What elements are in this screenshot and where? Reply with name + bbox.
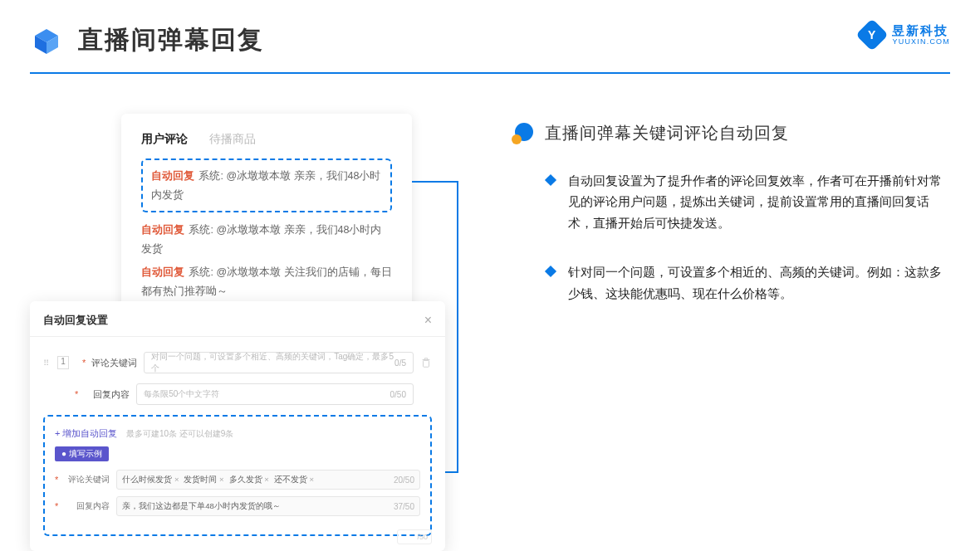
topic-icon bbox=[512, 123, 533, 144]
auto-reply-tag: 自动回复 bbox=[141, 266, 184, 278]
diamond-bullet-icon bbox=[545, 174, 556, 186]
row-index: 1 bbox=[57, 356, 69, 369]
diamond-bullet-icon bbox=[545, 266, 556, 277]
ex-content-label: 回复内容 bbox=[63, 500, 110, 512]
required-icon: * bbox=[75, 389, 78, 399]
ex-tag: 发货时间 bbox=[184, 475, 223, 485]
content-input[interactable]: 每条限50个中文字符 0/50 bbox=[136, 383, 414, 405]
required-icon: * bbox=[55, 475, 58, 485]
ex-content-box: 亲，我们这边都是下单48小时内发货的哦～ 37/50 bbox=[116, 496, 420, 516]
ex-tag: 还不发货 bbox=[274, 475, 314, 485]
required-icon: * bbox=[55, 501, 58, 511]
section-title: 直播间弹幕关键词评论自动回复 bbox=[545, 122, 789, 144]
ex-tag: 多久发货 bbox=[229, 475, 269, 485]
auto-reply-tag: 自动回复 bbox=[151, 170, 194, 182]
trash-icon[interactable] bbox=[420, 357, 432, 368]
brand-name: 昱新科技 bbox=[892, 24, 950, 37]
brand-logo: Y 昱新科技 YUUXIN.COM bbox=[860, 23, 950, 46]
page-title: 直播间弹幕回复 bbox=[78, 23, 264, 57]
bullet-text-2: 针对同一个问题，可设置多个相近的、高频的关键词。例如：这款多少钱、这块能优惠吗、… bbox=[568, 262, 950, 305]
highlighted-comment: 自动回复 系统: @冰墩墩本墩 亲亲，我们48小时内发货 bbox=[141, 158, 392, 212]
tab-user-comments[interactable]: 用户评论 bbox=[141, 132, 188, 147]
content-label: 回复内容 bbox=[83, 388, 130, 401]
ex-keyword-box: 什么时候发货 发货时间 多久发货 还不发货 20/50 bbox=[116, 470, 420, 490]
close-icon[interactable]: × bbox=[424, 313, 432, 328]
ex-keyword-label: 评论关键词 bbox=[63, 474, 110, 485]
comments-panel: 用户评论 待播商品 自动回复 系统: @冰墩墩本墩 亲亲，我们48小时内发货 自… bbox=[121, 114, 412, 327]
bullet-text-1: 自动回复设置为了提升作者的评论回复效率，作者可在开播前针对常见的评论用户问题，提… bbox=[568, 171, 950, 234]
svg-rect-3 bbox=[424, 360, 429, 367]
ex-tag: 什么时候发货 bbox=[122, 475, 179, 485]
add-hint: 最多可建10条 还可以创建9条 bbox=[126, 429, 233, 438]
example-badge: ● 填写示例 bbox=[55, 446, 109, 461]
keyword-label: 评论关键词 bbox=[91, 357, 137, 369]
drag-handle-icon[interactable]: ⠿ bbox=[43, 358, 49, 368]
example-section: + 增加自动回复 最多可建10条 还可以创建9条 ● 填写示例 * 评论关键词 … bbox=[43, 415, 432, 536]
keyword-input[interactable]: 对同一个问题，可设置多个相近、高频的关键词，Tag确定，最多5个 0/5 bbox=[144, 352, 414, 373]
add-auto-reply-link[interactable]: + 增加自动回复 bbox=[55, 428, 117, 438]
brand-url: YUUXIN.COM bbox=[892, 38, 950, 46]
auto-reply-tag: 自动回复 bbox=[141, 224, 184, 236]
tab-pending-products[interactable]: 待播商品 bbox=[209, 132, 256, 147]
dialog-title: 自动回复设置 bbox=[43, 313, 108, 328]
auto-reply-dialog: 自动回复设置 × ⠿ 1 * 评论关键词 对同一个问题，可设置多个相近、高频的关… bbox=[30, 301, 445, 551]
cube-icon bbox=[30, 24, 63, 57]
required-icon: * bbox=[82, 358, 86, 368]
brand-mark-icon: Y bbox=[856, 18, 889, 51]
stub-counter: /50 bbox=[397, 529, 432, 544]
